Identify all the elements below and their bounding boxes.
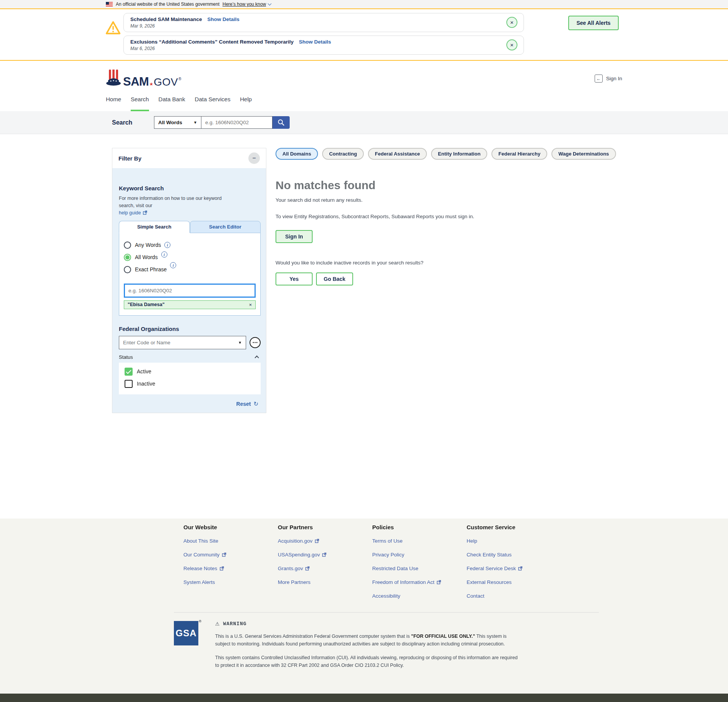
simple-search-tabpanel: Any Words i All Words i Exact Phrase i "…	[119, 233, 261, 316]
domain-tab-federal-assistance[interactable]: Federal Assistance	[368, 148, 427, 160]
footer-link-grants-gov[interactable]: Grants.gov	[278, 566, 372, 571]
footer-link-about-this-site[interactable]: About This Site	[183, 538, 278, 544]
federal-org-input[interactable]	[123, 340, 238, 345]
sign-in-arrow-icon: ←	[595, 75, 603, 83]
domain-tab-contracting[interactable]: Contracting	[322, 148, 364, 160]
site-footer: Our Website About This Site Our Communit…	[0, 519, 728, 702]
tab-search-editor[interactable]: Search Editor	[190, 221, 261, 233]
logo-gov-text: GOV	[154, 76, 178, 88]
checkbox-unchecked[interactable]	[125, 380, 133, 388]
radio-button-selected[interactable]	[124, 254, 131, 261]
footer-link-accessibility[interactable]: Accessibility	[372, 593, 467, 599]
see-all-alerts-button[interactable]: See All Alerts	[568, 16, 619, 30]
footer-link-system-alerts[interactable]: System Alerts	[183, 579, 278, 585]
chevron-up-icon[interactable]	[255, 355, 259, 360]
results-area: All Domains Contracting Federal Assistan…	[276, 148, 728, 285]
sign-in-button[interactable]: Sign In	[276, 230, 313, 243]
radio-any-words[interactable]: Any Words i	[124, 242, 256, 249]
nav-item-home[interactable]: Home	[106, 96, 121, 111]
alert-title: Exclusions “Additional Comments” Content…	[130, 39, 293, 45]
warning-title: ⚠ WARNING	[215, 621, 521, 627]
footer-link-help[interactable]: Help	[467, 538, 561, 544]
footer-link-acquisition-gov[interactable]: Acquisition.gov	[278, 538, 372, 544]
info-icon[interactable]: i	[164, 242, 170, 248]
help-guide-link[interactable]: help guide	[119, 210, 141, 216]
checkbox-inactive[interactable]: Inactive	[125, 380, 255, 388]
domain-tabs: All Domains Contracting Federal Assistan…	[276, 148, 728, 160]
global-search-input[interactable]	[201, 116, 272, 129]
footer-link-federal-service-desk[interactable]: Federal Service Desk	[467, 566, 561, 571]
footer-link-more-partners[interactable]: More Partners	[278, 579, 372, 585]
domain-tab-federal-hierarchy[interactable]: Federal Hierarchy	[491, 148, 547, 160]
filter-panel-header: Filter By −	[112, 148, 266, 168]
radio-exact-phrase[interactable]: Exact Phrase i	[124, 266, 256, 273]
more-options-button[interactable]: ⋯	[250, 337, 261, 348]
footer-link-usaspending-gov[interactable]: USASpending.gov	[278, 552, 372, 558]
nav-item-help[interactable]: Help	[240, 96, 252, 111]
sign-in-link[interactable]: ← Sign In	[595, 75, 622, 83]
checkbox-active[interactable]: Active	[125, 368, 255, 376]
remove-chip-icon[interactable]: ×	[249, 302, 252, 308]
bottom-bar: SAM.gov An official website of the U.S. …	[0, 694, 728, 702]
domain-tab-all-domains[interactable]: All Domains	[276, 148, 318, 160]
footer-heading: Customer Service	[467, 524, 561, 530]
no-matches-title: No matches found	[276, 179, 728, 192]
external-link-icon	[305, 566, 310, 571]
footer-link-release-notes[interactable]: Release Notes	[183, 566, 278, 571]
domain-tab-entity-information[interactable]: Entity Information	[431, 148, 487, 160]
footer-link-our-community[interactable]: Our Community	[183, 552, 278, 558]
federal-org-combobox[interactable]: ▼	[119, 336, 246, 349]
domain-tab-wage-determinations[interactable]: Wage Determinations	[551, 148, 616, 160]
logo-sam-text: SAM	[123, 75, 149, 89]
close-alert-button[interactable]: ×	[506, 39, 517, 50]
external-link-icon	[322, 553, 326, 557]
gov-banner: An official website of the United States…	[0, 0, 728, 9]
sign-in-label: Sign In	[606, 76, 622, 81]
footer-link-external-resources[interactable]: External Resources	[467, 579, 561, 585]
how-you-know-link[interactable]: Here’s how you know	[222, 2, 271, 7]
status-label: Status	[119, 354, 133, 360]
minus-icon: −	[252, 155, 256, 162]
nav-item-data-services[interactable]: Data Services	[195, 96, 230, 111]
tab-simple-search[interactable]: Simple Search	[119, 221, 190, 233]
footer-col-policies: Policies Terms of Use Privacy Policy Res…	[372, 524, 467, 607]
footer-link-terms-of-use[interactable]: Terms of Use	[372, 538, 467, 544]
radio-all-words[interactable]: All Words i	[124, 254, 256, 261]
reset-icon: ↻	[253, 400, 258, 407]
collapse-filters-button[interactable]: −	[248, 152, 260, 164]
alert-card-maintenance: Scheduled SAM Maintenance Show Details M…	[123, 13, 524, 32]
yes-button[interactable]: Yes	[276, 272, 313, 285]
external-link-icon	[222, 553, 226, 557]
keyword-search-input[interactable]	[124, 284, 256, 298]
chevron-down-icon	[268, 2, 272, 5]
reset-filters[interactable]: Reset ↻	[119, 394, 261, 413]
go-back-button[interactable]: Go Back	[316, 272, 353, 285]
nav-item-search[interactable]: Search	[131, 96, 149, 111]
status-section-header[interactable]: Status	[119, 354, 261, 360]
close-icon: ×	[510, 19, 514, 25]
footer-link-contact[interactable]: Contact	[467, 593, 561, 599]
footer-link-foia[interactable]: Freedom of Information Act	[372, 579, 467, 585]
close-alert-button[interactable]: ×	[506, 17, 517, 28]
info-icon[interactable]: i	[161, 251, 167, 258]
footer-link-privacy-policy[interactable]: Privacy Policy	[372, 552, 467, 558]
show-details-link[interactable]: Show Details	[299, 39, 331, 45]
search-type-select[interactable]: All Words ▼	[154, 116, 201, 129]
footer-link-check-entity-status[interactable]: Check Entity Status	[467, 552, 561, 558]
footer-link-restricted-data-use[interactable]: Restricted Data Use	[372, 566, 467, 571]
close-icon: ×	[510, 42, 514, 48]
radio-button[interactable]	[124, 266, 131, 273]
show-details-link[interactable]: Show Details	[208, 16, 240, 22]
federal-organizations-heading: Federal Organizations	[119, 326, 261, 332]
radio-button[interactable]	[124, 242, 131, 249]
sam-gov-logo[interactable]: SAM ★ GOV ®	[106, 68, 181, 89]
warning-block: ⚠ WARNING This is a U.S. General Service…	[215, 621, 521, 669]
checkbox-checked[interactable]	[125, 368, 133, 376]
external-link-icon	[315, 539, 319, 543]
nav-item-data-bank[interactable]: Data Bank	[159, 96, 185, 111]
external-link-icon	[518, 566, 522, 571]
filter-panel-body: Keyword Search For more information on h…	[112, 168, 266, 413]
info-icon[interactable]: i	[170, 262, 176, 268]
search-submit-button[interactable]	[272, 116, 290, 129]
main-nav: Home Search Data Bank Data Services Help	[0, 96, 728, 111]
